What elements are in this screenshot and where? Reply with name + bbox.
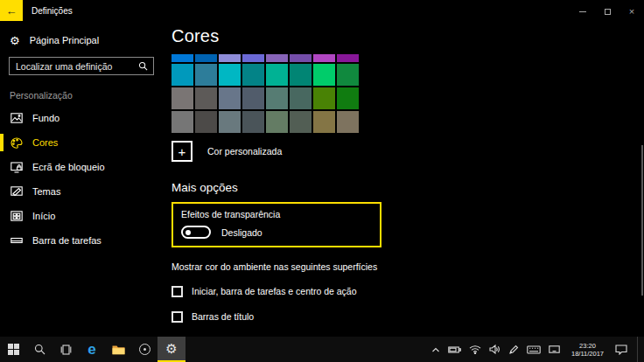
color-swatch[interactable] (290, 64, 312, 86)
search-icon (34, 344, 46, 355)
color-swatch[interactable] (195, 54, 217, 62)
more-options-heading: Mais opções (172, 181, 644, 194)
color-swatch[interactable] (290, 87, 312, 109)
color-palette-icon (10, 136, 23, 150)
color-swatch[interactable] (195, 111, 217, 133)
titlebar: ← Definições × (0, 0, 644, 23)
show-desktop-button[interactable] (637, 337, 639, 362)
chevron-up-icon (431, 346, 440, 353)
color-swatch[interactable] (266, 54, 288, 62)
edge-button[interactable]: e (79, 337, 105, 362)
sidebar-item-temas[interactable]: Temas (0, 179, 172, 204)
page-title: Cores (172, 26, 644, 46)
back-arrow-icon: ← (6, 4, 18, 17)
minimize-button[interactable] (570, 0, 595, 23)
sidebar-item-barra-de-tarefas[interactable]: Barra de tarefas (0, 228, 172, 253)
sidebar-item-home[interactable]: ⚙ Página Principal (0, 23, 172, 49)
start-button[interactable] (0, 337, 26, 362)
sidebar-item-inicio[interactable]: Início (0, 204, 172, 228)
sidebar-item-label: Início (32, 211, 55, 221)
action-center-button[interactable] (615, 345, 627, 355)
file-explorer-button[interactable] (105, 337, 131, 362)
color-swatch[interactable] (242, 87, 264, 109)
active-indicator (0, 134, 4, 151)
checkbox-title-bars[interactable] (172, 311, 183, 323)
color-swatch[interactable] (219, 64, 241, 86)
volume-status[interactable] (489, 345, 500, 354)
color-swatch[interactable] (195, 64, 217, 86)
clock-time: 23:20 (571, 342, 604, 350)
transparency-highlight-box: Efeitos de transparência Desligado (172, 202, 382, 247)
task-view-button[interactable] (52, 337, 79, 362)
search-icon[interactable] (138, 61, 148, 71)
taskbar-icon (10, 234, 23, 247)
taskbar-clock[interactable]: 23:20 18/11/2017 (568, 342, 607, 358)
color-swatch[interactable] (313, 111, 335, 133)
color-swatch[interactable] (195, 87, 217, 109)
folder-icon (112, 345, 125, 355)
color-swatch[interactable] (172, 54, 193, 62)
sidebar-item-label: Ecrã de bloqueio (32, 162, 105, 172)
close-button[interactable]: × (620, 0, 644, 23)
color-swatch[interactable] (290, 54, 312, 62)
search-box (9, 57, 154, 75)
checkbox-start-taskbar-actioncenter[interactable] (172, 286, 183, 297)
back-button[interactable]: ← (0, 0, 23, 21)
color-swatch[interactable] (172, 111, 193, 133)
color-swatch[interactable] (290, 111, 312, 133)
color-swatch[interactable] (242, 64, 264, 86)
system-tray: 23:20 18/11/2017 (431, 337, 644, 362)
color-swatch[interactable] (242, 111, 264, 133)
color-swatch[interactable] (266, 64, 288, 86)
color-swatch[interactable] (172, 87, 193, 109)
taskbar-search-button[interactable] (26, 337, 52, 362)
lock-screen-icon (10, 161, 23, 174)
toggle-knob (186, 230, 191, 235)
scrollbar-thumb[interactable] (641, 145, 643, 296)
wifi-icon (469, 345, 481, 354)
pen-status[interactable] (508, 345, 519, 355)
sidebar-item-label: Cores (32, 137, 58, 148)
pinned-app-button[interactable] (131, 337, 158, 362)
battery-status[interactable] (448, 345, 461, 354)
color-swatch[interactable] (266, 87, 288, 109)
color-swatch[interactable] (313, 87, 335, 109)
network-status[interactable] (469, 345, 481, 354)
color-swatch[interactable] (313, 54, 335, 62)
home-label: Página Principal (30, 35, 100, 45)
transparency-toggle-row: Desligado (181, 226, 372, 239)
color-swatch[interactable] (219, 54, 241, 62)
circular-app-icon (139, 344, 150, 355)
color-swatch[interactable] (219, 87, 241, 109)
add-custom-color-button[interactable]: + (172, 141, 192, 162)
color-swatch[interactable] (219, 111, 241, 133)
taskbar-left: e ⚙ (0, 337, 186, 362)
close-icon: × (629, 6, 634, 17)
touch-keyboard-button[interactable] (527, 345, 541, 354)
speaker-icon (489, 345, 500, 354)
sidebar-item-ecra-de-bloqueio[interactable]: Ecrã de bloqueio (0, 155, 172, 179)
sidebar-item-cores[interactable]: Cores (0, 130, 172, 155)
sidebar-item-fundo[interactable]: Fundo (0, 106, 172, 130)
settings-taskbar-button[interactable]: ⚙ (158, 337, 186, 362)
tablet-status[interactable] (549, 345, 560, 353)
color-swatch[interactable] (313, 64, 335, 86)
maximize-icon (605, 9, 611, 15)
battery-icon (448, 345, 461, 354)
color-swatch[interactable] (337, 54, 359, 62)
main-content: Cores + Cor personalizada Mais opções Ef… (172, 23, 644, 337)
checkbox-label: Barras de título (192, 311, 254, 322)
color-swatch[interactable] (242, 54, 264, 62)
transparency-toggle[interactable] (181, 226, 211, 239)
search-input[interactable] (10, 61, 138, 72)
color-swatch[interactable] (337, 87, 359, 109)
tray-chevron-button[interactable] (431, 346, 440, 353)
color-swatch[interactable] (172, 64, 193, 86)
surface-option-row: Barras de título (172, 310, 644, 323)
maximize-button[interactable] (595, 0, 620, 23)
color-swatch[interactable] (337, 111, 359, 133)
color-swatch[interactable] (266, 111, 288, 133)
notification-bubble-icon (615, 345, 627, 355)
color-swatch[interactable] (337, 64, 359, 86)
sidebar-item-label: Temas (32, 186, 60, 197)
